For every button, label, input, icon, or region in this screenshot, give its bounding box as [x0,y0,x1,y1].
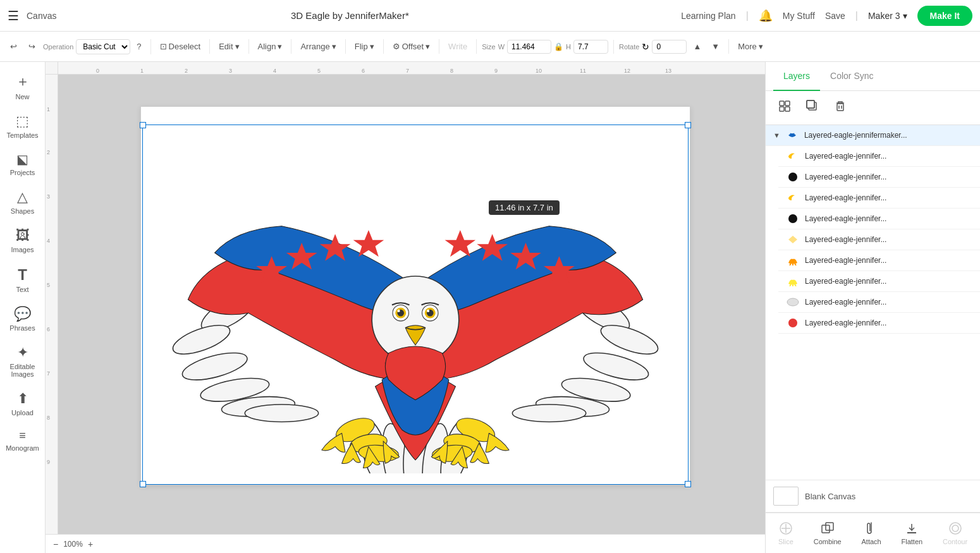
svg-point-51 [788,173,797,181]
arrange-button[interactable]: Arrange ▾ [297,39,340,54]
list-item[interactable]: Layered-eagle-jennifer... [778,250,980,271]
undo-button[interactable]: ↩ [6,39,21,54]
flatten-button[interactable]: Flatten [895,518,929,548]
contour-button[interactable]: Contour [936,518,974,548]
canvas-workspace[interactable]: JENNIFERMAKER 11.46 in x 7.7 in [58,75,765,534]
learning-plan[interactable]: Learning Plan [681,11,735,21]
sidebar-item-label-new: New [15,93,29,100]
more-chevron-icon: ▾ [759,42,763,51]
redo-button[interactable]: ↪ [25,39,39,54]
sidebar-item-templates[interactable]: ⬚ Templates [3,108,43,144]
sidebar-item-label-templates: Templates [6,131,38,139]
list-item[interactable]: Layered-eagle-jennifer... [778,167,980,188]
handle-bottom-left[interactable] [140,481,146,487]
tab-color-sync[interactable]: Color Sync [820,62,883,91]
operation-help[interactable]: ? [133,39,145,54]
width-input[interactable] [507,40,551,54]
upload-icon: ⬆ [17,391,28,407]
list-item[interactable]: Layered-eagle-jennifer... [778,146,980,167]
list-item[interactable]: Layered-eagle-jennifer... [778,188,980,209]
combine-button[interactable]: Combine [807,518,848,548]
handle-top-left[interactable] [140,122,146,128]
size-label: Size [482,43,495,51]
sidebar-item-new[interactable]: ＋ New [3,67,43,106]
svg-rect-43 [780,107,784,111]
rotate-input[interactable] [652,40,687,54]
notifications-button[interactable]: 🔔 [759,9,773,23]
sidebar-item-images[interactable]: 🖼 Images [3,222,43,258]
ruler-left: 1 2 3 4 5 6 7 8 9 [46,75,58,553]
sidebar-item-projects[interactable]: ⬕ Projects [3,147,43,181]
operation-select[interactable]: Basic Cut [76,39,130,54]
ruler-top: 0 1 2 3 4 5 6 7 8 9 10 11 12 13 [58,62,765,75]
size-group: Size W 🔒 H [482,40,614,54]
arrange-group: Arrange ▾ [297,39,345,54]
list-item[interactable]: Layered-eagle-jennifer... [778,292,980,313]
list-item[interactable]: Layered-eagle-jennifer... [778,271,980,292]
sidebar-item-monogram[interactable]: ≡ Monogram [3,424,43,457]
zoom-in-button[interactable]: + [88,539,93,549]
machine-selector[interactable]: Maker 3 ▾ [868,11,907,21]
attach-button[interactable]: Attach [855,518,888,548]
save-button[interactable]: Save [825,11,845,21]
sidebar-item-editable-images[interactable]: ✦ Editable Images [3,339,43,383]
svg-line-54 [790,264,791,265]
delete-button[interactable] [829,97,852,118]
make-it-button[interactable]: Make It [917,6,972,26]
bottom-bar: − 100% + [46,534,765,553]
write-group: Write [444,39,477,54]
topbar: ☰ Canvas 3D Eagle by JenniferMaker* Lear… [0,0,980,32]
height-input[interactable] [573,40,608,54]
editable-images-icon: ✦ [17,344,28,361]
flatten-label: Flatten [902,538,923,545]
edit-group: Edit ▾ [215,39,248,54]
size-tooltip: 11.46 in x 7.7 in [489,200,560,215]
layer-thumbnail-8 [786,297,800,307]
handle-top-right[interactable] [685,122,691,128]
my-stuff-button[interactable]: My Stuff [783,11,815,21]
svg-line-57 [790,284,791,286]
group-button[interactable] [773,97,796,118]
svg-marker-53 [788,236,797,243]
sidebar-item-text[interactable]: T Text [3,261,43,298]
list-item[interactable]: Layered-eagle-jennifer... [778,229,980,250]
tab-layers[interactable]: Layers [773,62,820,91]
edit-button[interactable]: Edit ▾ [215,39,243,54]
canvas-area[interactable]: 0 1 2 3 4 5 6 7 8 9 10 11 12 13 1 2 3 4 [46,62,765,553]
duplicate-button[interactable] [801,97,824,118]
offset-group: ⚙ Offset ▾ [389,39,439,54]
menu-button[interactable]: ☰ [8,8,19,23]
rotate-group: Rotate ↻ ▲ ▼ [619,39,729,54]
rotate-label: Rotate [619,43,639,51]
toolbar: ↩ ↪ Operation Basic Cut ? ⊡ Deselect Edi… [0,32,980,62]
write-button[interactable]: Write [444,39,471,54]
rotate-up[interactable]: ▲ [689,39,705,54]
sidebar-item-label-shapes: Shapes [11,207,34,215]
right-actions [766,91,980,125]
shapes-icon: △ [17,189,28,205]
flip-group: Flip ▾ [351,39,384,54]
eagle-design[interactable]: JENNIFERMAKER [147,126,683,473]
svg-point-5 [245,404,318,422]
sidebar-item-phrases[interactable]: 💬 Phrases [3,301,43,337]
layer-group[interactable]: ▼ Layered-eagle-jennifermaker... [766,125,980,146]
flip-button[interactable]: Flip ▾ [351,39,378,54]
more-button[interactable]: More ▾ [734,39,767,54]
chevron-down-icon: ▾ [903,11,907,21]
align-button[interactable]: Align ▾ [254,39,286,54]
sidebar-item-shapes[interactable]: △ Shapes [3,184,43,220]
deselect-button[interactable]: ⊡ Deselect [156,39,205,54]
monogram-icon: ≡ [19,429,26,442]
layer-thumbnail-3 [786,193,800,203]
slice-button[interactable]: Slice [772,518,800,548]
sidebar-item-upload[interactable]: ⬆ Upload [3,386,43,422]
list-item[interactable]: Layered-eagle-jennifer... [778,209,980,229]
handle-bottom-right[interactable] [685,481,691,487]
layer-name-8: Layered-eagle-jennifer... [805,298,972,307]
layer-thumbnail-4 [786,214,800,224]
zoom-out-button[interactable]: − [53,539,58,549]
rotate-down[interactable]: ▼ [707,39,723,54]
list-item[interactable]: Layered-eagle-jennifer... [778,313,980,334]
layer-name-7: Layered-eagle-jennifer... [805,277,972,286]
offset-button[interactable]: ⚙ Offset ▾ [389,39,434,54]
